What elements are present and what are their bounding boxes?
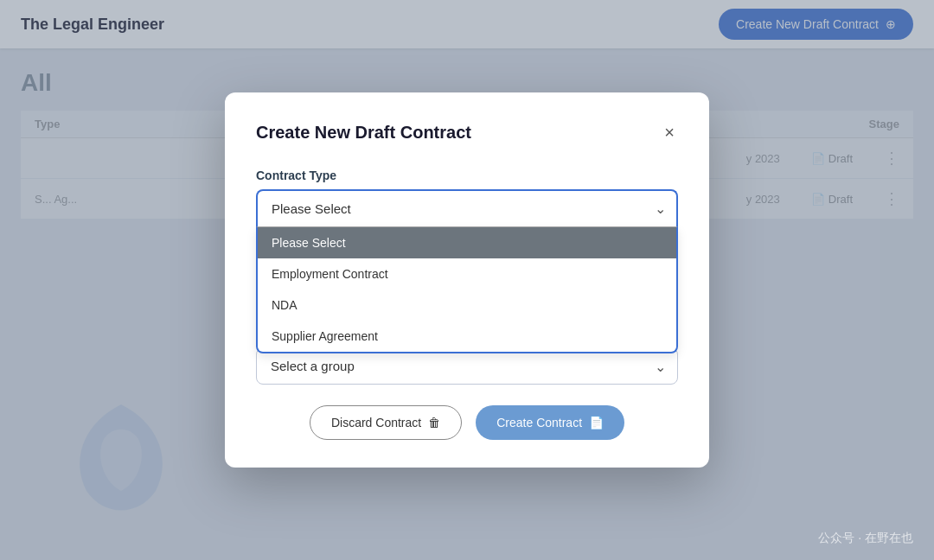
contract-type-dropdown-wrapper: Please Select Employment Contract NDA Su… bbox=[256, 189, 678, 227]
modal-header: Create New Draft Contract × bbox=[256, 120, 678, 144]
modal-footer: Discard Contract 🗑 Create Contract 📄 bbox=[256, 405, 678, 440]
discard-label: Discard Contract bbox=[331, 416, 421, 430]
file-icon: 📄 bbox=[589, 416, 604, 430]
contract-type-group: Contract Type Please Select Employment C… bbox=[256, 169, 678, 227]
create-contract-button[interactable]: Create Contract 📄 bbox=[476, 405, 624, 440]
close-modal-button[interactable]: × bbox=[661, 120, 678, 144]
dropdown-item-supplier[interactable]: Supplier Agreement bbox=[258, 321, 676, 352]
dropdown-item-please-select[interactable]: Please Select bbox=[258, 227, 676, 258]
modal-title: Create New Draft Contract bbox=[256, 123, 471, 143]
contract-type-label: Contract Type bbox=[256, 169, 678, 182]
discard-contract-button[interactable]: Discard Contract 🗑 bbox=[310, 405, 462, 440]
create-label: Create Contract bbox=[496, 416, 582, 430]
dropdown-item-nda[interactable]: NDA bbox=[258, 290, 676, 321]
watermark: 公众号 · 在野在也 bbox=[818, 531, 913, 546]
create-contract-modal: Create New Draft Contract × Contract Typ… bbox=[225, 92, 709, 468]
dropdown-item-employment[interactable]: Employment Contract bbox=[258, 258, 676, 290]
contract-type-select[interactable]: Please Select Employment Contract NDA Su… bbox=[256, 189, 678, 227]
contract-type-dropdown-list: Please Select Employment Contract NDA Su… bbox=[256, 227, 678, 353]
modal-overlay: Create New Draft Contract × Contract Typ… bbox=[0, 0, 934, 560]
trash-icon: 🗑 bbox=[428, 416, 440, 430]
